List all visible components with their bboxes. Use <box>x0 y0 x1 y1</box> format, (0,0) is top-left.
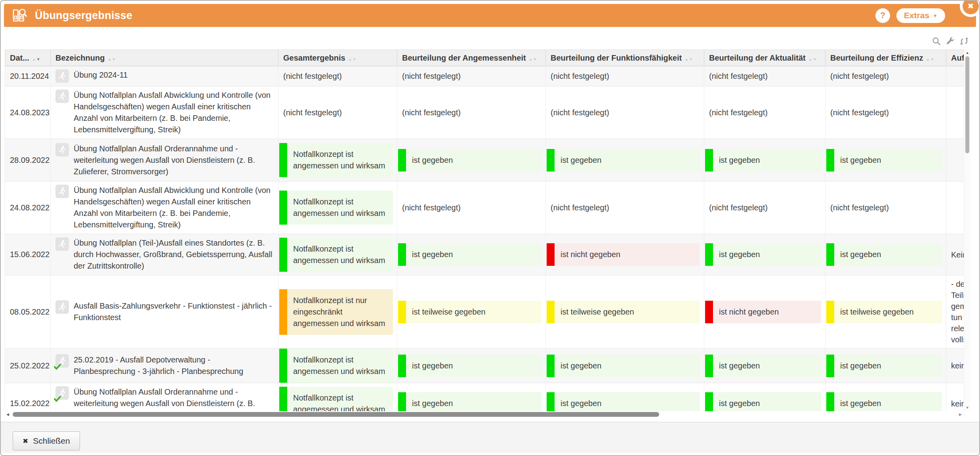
status-cell: (nicht festgelegt) <box>826 181 946 234</box>
sort-desc-icon: ▼ <box>813 57 817 61</box>
table-row[interactable]: 20.11.2024Übung 2024-11(nicht festgelegt… <box>5 66 965 86</box>
column-header-5[interactable]: Beurteilung der Funktionsfähigkeit▲▼ <box>546 50 704 66</box>
horizontal-scrollbar-thumb[interactable] <box>13 412 659 417</box>
exercise-name: Übung Notfallplan (Teil-)Ausfall eines S… <box>74 237 273 272</box>
status-cell: ist teilweise gegeben <box>546 275 704 349</box>
refresh-icon[interactable] <box>959 36 969 46</box>
scroll-right-icon[interactable]: ▶ <box>959 411 962 418</box>
status-text: Notfallkonzept ist angemessen und wirksa… <box>287 191 393 225</box>
sort-icons: ▲▼ <box>684 57 693 61</box>
status-badge: Notfallkonzept ist angemessen und wirksa… <box>279 238 393 272</box>
sort-asc-icon: ▲ <box>926 57 930 61</box>
scroll-left-icon[interactable]: ◀ <box>6 411 9 418</box>
notes-text: - der N <box>946 279 964 290</box>
exercise-icon <box>55 237 69 251</box>
status-color-bar <box>398 149 406 172</box>
status-color-bar <box>398 301 406 323</box>
date-text: 20.11.2024 <box>5 72 50 81</box>
schliessen-label: Schließen <box>33 436 70 446</box>
sort-asc-icon: ▲ <box>684 57 689 61</box>
status-text: ist gegeben <box>406 149 541 172</box>
status-cell: ist teilweise gegeben <box>397 275 546 349</box>
table-row[interactable]: 28.09.2022Übung Notfallplan Ausfall Orde… <box>5 139 965 181</box>
exercise-icon <box>55 143 69 156</box>
check-icon <box>54 396 61 402</box>
status-cell: ist gegeben <box>704 349 826 383</box>
status-text: Notfallkonzept ist angemessen und wirksa… <box>287 349 393 383</box>
status-text: (nicht festgelegt) <box>546 72 704 81</box>
column-header-4[interactable]: Beurteilung der Angemessenheit▲▼ <box>397 50 546 66</box>
column-header-8[interactable]: Aufge▲▼ <box>946 50 965 66</box>
status-color-bar <box>705 149 713 172</box>
exercise-name: Übung Notfallplan Ausfall Abwicklung und… <box>74 90 273 135</box>
notes-text: tun ha <box>946 312 964 323</box>
date-text: 28.09.2022 <box>5 156 50 165</box>
exercise-icon <box>55 185 69 198</box>
status-cell: (nicht festgelegt) <box>278 86 397 139</box>
search-icon[interactable] <box>932 36 941 46</box>
status-cell: ist teilweise gegeben <box>826 275 946 349</box>
status-color-bar <box>279 238 287 272</box>
sort-desc-icon: ▼ <box>689 57 693 61</box>
scroll-up-icon[interactable]: ▲ <box>964 51 970 55</box>
column-header-7[interactable]: Beurteilung der Effizienz▲▼ <box>826 50 946 66</box>
vertical-scrollbar[interactable]: ▲ ▼ <box>964 50 970 411</box>
status-text: ist gegeben <box>406 355 541 377</box>
column-header-6[interactable]: Beurteilung der Aktualität▲▼ <box>704 50 826 66</box>
sort-icons: ▲▼ <box>808 57 817 61</box>
dialog-window: Übungsergebnisse ? Extras ▼ ✖ <box>0 0 980 456</box>
column-header-label: Beurteilung der Funktionsfähigkeit <box>551 53 682 62</box>
exercise-name: Übung Notfallplan Ausfall Abwicklung und… <box>74 185 273 231</box>
results-table: Dat...▲▼Bezeichnung▲▼Gesamtergebnis▲▼Beu… <box>5 50 965 418</box>
status-badge: ist gegeben <box>826 243 942 266</box>
table-row[interactable]: 08.05.2022Ausfall Basis-Zahlungsverkehr … <box>5 275 965 349</box>
status-cell: ist gegeben <box>704 139 826 181</box>
results-grid: Dat...▲▼Bezeichnung▲▼Gesamtergebnis▲▼Beu… <box>5 50 970 418</box>
column-header-label: Beurteilung der Effizienz <box>830 53 923 62</box>
close-button[interactable]: ✖ <box>963 0 979 14</box>
exercise-name: Übung 2024-11 <box>74 69 128 81</box>
help-button[interactable]: ? <box>875 8 890 23</box>
status-color-bar <box>279 143 287 177</box>
table-row[interactable]: 24.08.2022Übung Notfallplan Ausfall Abwi… <box>5 181 965 234</box>
scroll-down-icon[interactable]: ▼ <box>964 406 970 410</box>
status-text: ist gegeben <box>713 149 821 172</box>
status-badge: Notfallkonzept ist angemessen und wirksa… <box>279 349 393 383</box>
exercise-name: Übung Notfallplan Ausfall Orderannahme u… <box>74 143 273 177</box>
status-badge: ist nicht gegeben <box>705 301 821 323</box>
status-text: ist teilweise gegeben <box>406 301 541 323</box>
status-text: (nicht festgelegt) <box>397 203 545 212</box>
status-text: ist gegeben <box>555 355 700 377</box>
status-text: ist nicht gegeben <box>713 301 821 323</box>
wrench-icon[interactable] <box>946 36 955 46</box>
extras-label: Extras <box>904 11 929 20</box>
table-row[interactable]: 25.02.202225.02.2019 - Ausfall Depotverw… <box>5 349 965 383</box>
status-badge: ist teilweise gegeben <box>826 301 942 323</box>
notes-text: Keine <box>946 249 964 260</box>
table-row[interactable]: 15.06.2022Übung Notfallplan (Teil-)Ausfa… <box>5 234 965 275</box>
status-text: (nicht festgelegt) <box>397 72 545 81</box>
status-text: (nicht festgelegt) <box>826 203 946 212</box>
notes-cell <box>946 181 965 234</box>
vertical-scrollbar-thumb[interactable] <box>965 56 969 153</box>
status-cell: (nicht festgelegt) <box>546 86 704 139</box>
status-cell: (nicht festgelegt) <box>397 181 546 234</box>
name-cell: Übung Notfallplan (Teil-)Ausfall eines S… <box>51 234 278 275</box>
name-cell: Übung 2024-11 <box>51 66 278 86</box>
status-color-bar <box>279 349 287 383</box>
table-row[interactable]: 24.08.2023Übung Notfallplan Ausfall Abwi… <box>5 86 965 139</box>
horizontal-scrollbar[interactable]: ◀ ▶ <box>5 411 964 418</box>
column-header-3[interactable]: Gesamtergebnis▲▼ <box>278 50 397 66</box>
exercise-icon <box>55 386 69 400</box>
column-header-2[interactable]: Bezeichnung▲▼ <box>51 50 278 66</box>
sort-desc-icon: ▼ <box>533 57 538 61</box>
extras-button[interactable]: Extras ▼ <box>896 8 945 23</box>
column-header-1[interactable]: Dat...▲▼ <box>5 50 51 66</box>
date-text: 15.02.2022 <box>5 399 50 408</box>
name-cell: Übung Notfallplan Ausfall Abwicklung und… <box>51 86 278 139</box>
sort-desc-icon: ▼ <box>353 57 357 61</box>
status-badge: ist gegeben <box>398 355 541 377</box>
notes-text: Teilne <box>946 290 964 301</box>
schliessen-button[interactable]: ✖ Schließen <box>13 431 80 450</box>
status-color-bar <box>279 289 287 335</box>
